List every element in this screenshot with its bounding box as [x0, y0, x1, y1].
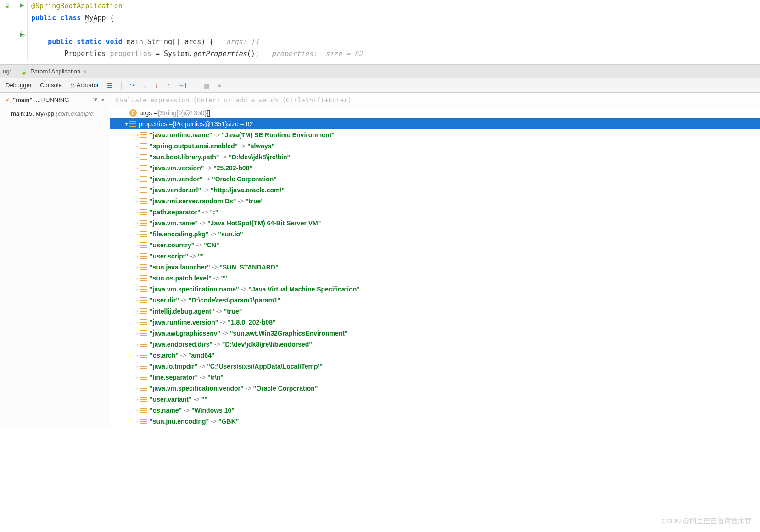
evaluate-input[interactable]: Evaluate expression (Enter) or add a wat…: [116, 96, 754, 104]
map-entry-row[interactable]: ›"sun.java.launcher" -> "SUN_STANDARD": [110, 262, 760, 273]
chevron-right-icon[interactable]: ›: [134, 177, 140, 182]
thread-dropdown-icon[interactable]: ▼: [101, 97, 105, 102]
properties-line: Properties properties = System.getProper…: [31, 48, 760, 60]
entry-value: "Java Virtual Machine Specification": [248, 286, 360, 293]
chevron-right-icon[interactable]: ›: [134, 144, 140, 149]
map-entry-row[interactable]: ›"java.vendor.url" -> "http://java.oracl…: [110, 185, 760, 196]
arrow-separator: ->: [220, 330, 230, 337]
chevron-right-icon[interactable]: ›: [134, 309, 140, 314]
chevron-right-icon[interactable]: ›: [134, 221, 140, 226]
step-out-icon[interactable]: ↑: [167, 82, 170, 89]
map-entry-row[interactable]: ›"java.runtime.version" -> "1.8.0_202-b0…: [110, 317, 760, 328]
chevron-right-icon[interactable]: ›: [134, 397, 140, 402]
chevron-right-icon[interactable]: ›: [134, 364, 140, 369]
entry-value: "D:\code\test\param1\param1": [189, 297, 281, 304]
map-entry-row[interactable]: ›"java.vm.vendor" -> "Oracle Corporation…: [110, 174, 760, 185]
evaluate-icon[interactable]: ▦: [203, 82, 209, 89]
entry-value: "1.8.0_202-b08": [228, 319, 275, 326]
chevron-right-icon[interactable]: ›: [134, 166, 140, 171]
step-over-icon[interactable]: ↷: [130, 82, 135, 89]
map-entry-row[interactable]: ›"java.awt.graphicsenv" -> "sun.awt.Win3…: [110, 328, 760, 339]
chevron-right-icon[interactable]: ›: [134, 188, 140, 193]
debug-toolbar: Debugger Console ⟆⟆ Actuator ☰ ↷ ↓ ↓ ↑ →…: [0, 78, 760, 93]
var-properties-row[interactable]: ▾ properties = {Properties@1351} size = …: [110, 118, 760, 129]
map-entry-row[interactable]: ›"user.variant" -> "": [110, 394, 760, 405]
arrow-separator: ->: [219, 153, 229, 161]
chevron-right-icon[interactable]: ›: [134, 254, 140, 259]
chevron-right-icon[interactable]: ›: [134, 133, 140, 138]
trace-icon[interactable]: ≡: [218, 82, 221, 89]
run-to-cursor-icon[interactable]: →I: [178, 82, 186, 89]
map-entry-row[interactable]: ›"java.vm.name" -> "Java HotSpot(TM) 64-…: [110, 218, 760, 229]
chevron-right-icon[interactable]: ›: [134, 419, 140, 424]
arrow-separator: ->: [208, 230, 218, 238]
map-entry-row[interactable]: ›"sun.os.patch.level" -> "": [110, 273, 760, 284]
chevron-right-icon[interactable]: ›: [134, 353, 140, 358]
chevron-right-icon[interactable]: ›: [134, 199, 140, 204]
entry-key: "intellij.debug.agent": [150, 308, 214, 315]
map-entry-row[interactable]: ›"java.vm.specification.vendor" -> "Orac…: [110, 383, 760, 394]
map-entry-row[interactable]: ›"java.runtime.name" -> "Java(TM) SE Run…: [110, 129, 760, 140]
stack-frame-row[interactable]: main:15, MyApp (com.example.: [0, 107, 110, 120]
arrow-separator: ->: [218, 319, 228, 326]
map-entry-row[interactable]: ›"os.arch" -> "amd64": [110, 350, 760, 361]
map-entry-row[interactable]: ›"java.endorsed.dirs" -> "D:\dev\jdk8\jr…: [110, 339, 760, 350]
entry-icon: [140, 375, 147, 380]
map-entry-row[interactable]: ›"user.dir" -> "D:\code\test\param1\para…: [110, 295, 760, 306]
run-class-icon[interactable]: ▶: [20, 2, 24, 8]
map-entry-row[interactable]: ›"sun.jnu.encoding" -> "GBK": [110, 416, 760, 427]
code-content[interactable]: @SpringBootApplication public class MyAp…: [28, 0, 760, 60]
entry-key: "java.vm.specification.name": [150, 286, 239, 293]
override-shield-icon: ⛉: [20, 30, 24, 39]
chevron-right-icon[interactable]: ›: [134, 386, 140, 391]
var-args-row[interactable]: P args = {String[0]@1350} []: [110, 107, 760, 118]
filter-icon[interactable]: ⧩: [93, 96, 98, 104]
entry-icon: [140, 132, 147, 138]
chevron-right-icon[interactable]: ›: [134, 375, 140, 380]
map-entry-row[interactable]: ›"java.io.tmpdir" -> "C:\Users\sixsi\App…: [110, 361, 760, 372]
chevron-right-icon[interactable]: ›: [134, 243, 140, 248]
evaluate-bar[interactable]: Evaluate expression (Enter) or add a wat…: [110, 93, 760, 107]
tab-console[interactable]: Console: [40, 82, 62, 89]
step-into-icon[interactable]: ↓: [144, 82, 147, 89]
chevron-right-icon[interactable]: ›: [134, 342, 140, 347]
chevron-right-icon[interactable]: ›: [134, 210, 140, 215]
toolbar-separator-2: [195, 81, 195, 90]
chevron-right-icon[interactable]: ›: [134, 287, 140, 292]
chevron-right-icon[interactable]: ›: [134, 298, 140, 303]
chevron-right-icon[interactable]: ›: [134, 320, 140, 325]
map-entry-row[interactable]: ›"java.rmi.server.randomIDs" -> "true": [110, 196, 760, 207]
map-entry-row[interactable]: ›"file.encoding.pkg" -> "sun.io": [110, 229, 760, 240]
force-step-into-icon[interactable]: ↓: [155, 82, 158, 89]
tab-actuator[interactable]: ⟆⟆ Actuator: [70, 82, 99, 89]
entry-value: "Java HotSpot(TM) 64-Bit Server VM": [207, 219, 321, 227]
chevron-right-icon[interactable]: ›: [134, 155, 140, 160]
chevron-right-icon[interactable]: ›: [134, 265, 140, 270]
map-entry-row[interactable]: ›"sun.boot.library.path" -> "D:\dev\jdk8…: [110, 151, 760, 162]
thread-selector[interactable]: ✔ "main" …RUNNING ⧩ ▼: [0, 93, 110, 107]
entry-icon: [140, 397, 147, 402]
entry-value: "Java(TM) SE Runtime Environment": [222, 131, 335, 139]
entry-key: "sun.os.patch.level": [150, 274, 212, 282]
chevron-right-icon[interactable]: ›: [134, 232, 140, 237]
map-entry-row[interactable]: ›"line.separator" -> "\r\n": [110, 372, 760, 383]
map-entry-row[interactable]: ›"path.separator" -> ";": [110, 207, 760, 218]
map-entry-row[interactable]: ›"java.vm.version" -> "25.202-b08": [110, 162, 760, 174]
tab-debugger[interactable]: Debugger: [6, 82, 32, 89]
entry-icon: [140, 408, 147, 413]
map-entry-row[interactable]: ›"user.country" -> "CN": [110, 240, 760, 251]
map-entry-row[interactable]: ›"spring.output.ansi.enabled" -> "always…: [110, 140, 760, 151]
arrow-separator: ->: [179, 297, 189, 304]
map-entry-row[interactable]: ›"user.script" -> "": [110, 251, 760, 262]
map-entry-row[interactable]: ›"intellij.debug.agent" -> "true": [110, 306, 760, 317]
map-entry-row[interactable]: ›"os.name" -> "Windows 10": [110, 405, 760, 416]
threads-icon[interactable]: ☰: [107, 82, 113, 89]
map-entry-row[interactable]: ›"java.vm.specification.name" -> "Java V…: [110, 284, 760, 295]
chevron-down-icon[interactable]: ▾: [123, 122, 129, 127]
run-tab[interactable]: 🍃 Param1Application ×: [17, 66, 90, 77]
entry-value: "true": [246, 197, 264, 205]
chevron-right-icon[interactable]: ›: [134, 408, 140, 413]
close-tab-icon[interactable]: ×: [83, 68, 87, 75]
chevron-right-icon[interactable]: ›: [134, 331, 140, 336]
chevron-right-icon[interactable]: ›: [134, 276, 140, 281]
